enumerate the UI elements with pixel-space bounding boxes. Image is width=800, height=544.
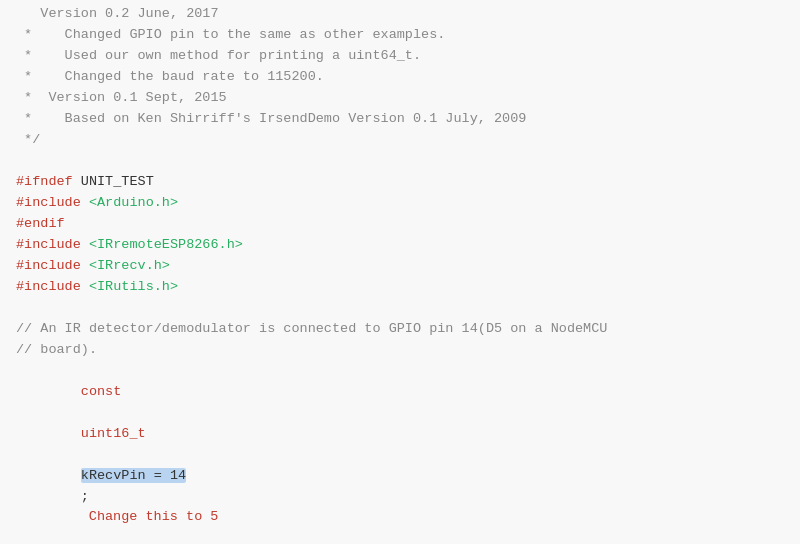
code-text: #endif <box>16 214 800 235</box>
annotation-text: Change this to 5 <box>89 509 219 524</box>
code-line: // An IR detector/demodulator is connect… <box>16 319 800 340</box>
code-line: // board). <box>16 340 800 361</box>
code-line: */ <box>16 130 800 151</box>
code-line: * Changed the baud rate to 115200. <box>16 67 800 88</box>
preprocessor-keyword: #include <box>16 237 81 252</box>
comment-text: * Version 0.1 Sept, 2015 <box>16 88 800 109</box>
highlighted-variable: kRecvPin = 14 <box>81 468 186 483</box>
code-text: const uint16_t kRecvPin = 14 ; Change th… <box>16 361 800 544</box>
code-line: #include <IRremoteESP8266.h> <box>16 235 800 256</box>
code-line: #endif <box>16 214 800 235</box>
code-line: * Changed GPIO pin to the same as other … <box>16 25 800 46</box>
code-text: #include <IRrecv.h> <box>16 256 800 277</box>
code-line: #include <Arduino.h> <box>16 193 800 214</box>
code-block: Version 0.2 June, 2017 * Changed GPIO pi… <box>0 0 800 544</box>
comment-text: * Used our own method for printing a uin… <box>16 46 800 67</box>
code-line: * Version 0.1 Sept, 2015 <box>16 88 800 109</box>
normal-text <box>81 258 89 273</box>
code-text: #include <IRutils.h> <box>16 277 800 298</box>
preprocessor-keyword: #endif <box>16 216 65 231</box>
blank-line <box>16 151 800 172</box>
include-file: <IRutils.h> <box>89 279 178 294</box>
normal-text <box>81 447 89 462</box>
comment-text: * Changed GPIO pin to the same as other … <box>16 25 800 46</box>
include-file: <Arduino.h> <box>89 195 178 210</box>
comment-text: * Based on Ken Shirriff's IrsendDemo Ver… <box>16 109 800 130</box>
normal-text <box>81 195 89 210</box>
code-text: #ifndef UNIT_TEST <box>16 172 800 193</box>
code-line: Version 0.2 June, 2017 <box>16 4 800 25</box>
preprocessor-keyword: #include <box>16 258 81 273</box>
comment-text: */ <box>16 130 800 151</box>
include-file: <IRrecv.h> <box>89 258 170 273</box>
comment-text: Version 0.2 June, 2017 <box>16 4 800 25</box>
normal-text <box>81 237 89 252</box>
code-line: #ifndef UNIT_TEST <box>16 172 800 193</box>
comment-text: * Changed the baud rate to 115200. <box>16 67 800 88</box>
comment-text: // An IR detector/demodulator is connect… <box>16 319 800 340</box>
const-keyword: const <box>81 384 122 399</box>
normal-text: ; <box>81 489 89 504</box>
preprocessor-keyword: #include <box>16 195 81 210</box>
normal-text <box>81 405 89 420</box>
code-line: * Based on Ken Shirriff's IrsendDemo Ver… <box>16 109 800 130</box>
code-line: #include <IRrecv.h> <box>16 256 800 277</box>
code-text: #include <IRremoteESP8266.h> <box>16 235 800 256</box>
blank-line <box>16 298 800 319</box>
code-line-annotated: const uint16_t kRecvPin = 14 ; Change th… <box>16 361 800 544</box>
normal-text <box>81 279 89 294</box>
normal-text: UNIT_TEST <box>73 174 154 189</box>
preprocessor-keyword: #ifndef <box>16 174 73 189</box>
type-keyword: uint16_t <box>81 426 146 441</box>
comment-text: // board). <box>16 340 800 361</box>
code-line: #include <IRutils.h> <box>16 277 800 298</box>
code-container: Version 0.2 June, 2017 * Changed GPIO pi… <box>0 0 800 544</box>
include-file: <IRremoteESP8266.h> <box>89 237 243 252</box>
code-line: * Used our own method for printing a uin… <box>16 46 800 67</box>
code-text: #include <Arduino.h> <box>16 193 800 214</box>
preprocessor-keyword: #include <box>16 279 81 294</box>
